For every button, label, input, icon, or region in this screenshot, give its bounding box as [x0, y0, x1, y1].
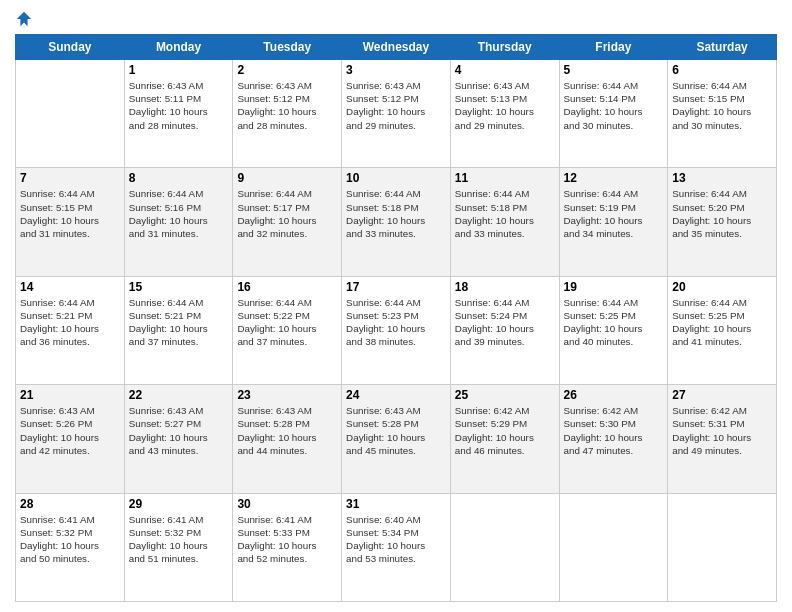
day-number: 4 [455, 63, 555, 77]
week-row-1: 1Sunrise: 6:43 AMSunset: 5:11 PMDaylight… [16, 60, 777, 168]
day-info: Sunrise: 6:44 AMSunset: 5:20 PMDaylight:… [672, 187, 772, 240]
day-number: 8 [129, 171, 229, 185]
day-cell: 3Sunrise: 6:43 AMSunset: 5:12 PMDaylight… [342, 60, 451, 168]
day-cell: 7Sunrise: 6:44 AMSunset: 5:15 PMDaylight… [16, 168, 125, 276]
logo-icon [15, 10, 33, 28]
day-number: 2 [237, 63, 337, 77]
day-number: 17 [346, 280, 446, 294]
day-info: Sunrise: 6:44 AMSunset: 5:24 PMDaylight:… [455, 296, 555, 349]
day-header-wednesday: Wednesday [342, 35, 451, 60]
day-number: 19 [564, 280, 664, 294]
day-cell: 27Sunrise: 6:42 AMSunset: 5:31 PMDayligh… [668, 385, 777, 493]
day-cell: 6Sunrise: 6:44 AMSunset: 5:15 PMDaylight… [668, 60, 777, 168]
day-number: 6 [672, 63, 772, 77]
week-row-5: 28Sunrise: 6:41 AMSunset: 5:32 PMDayligh… [16, 493, 777, 601]
day-cell: 15Sunrise: 6:44 AMSunset: 5:21 PMDayligh… [124, 276, 233, 384]
week-row-3: 14Sunrise: 6:44 AMSunset: 5:21 PMDayligh… [16, 276, 777, 384]
day-info: Sunrise: 6:44 AMSunset: 5:14 PMDaylight:… [564, 79, 664, 132]
day-header-sunday: Sunday [16, 35, 125, 60]
day-info: Sunrise: 6:43 AMSunset: 5:28 PMDaylight:… [346, 404, 446, 457]
day-info: Sunrise: 6:44 AMSunset: 5:17 PMDaylight:… [237, 187, 337, 240]
day-cell: 1Sunrise: 6:43 AMSunset: 5:11 PMDaylight… [124, 60, 233, 168]
day-info: Sunrise: 6:44 AMSunset: 5:25 PMDaylight:… [672, 296, 772, 349]
day-info: Sunrise: 6:44 AMSunset: 5:21 PMDaylight:… [129, 296, 229, 349]
day-number: 23 [237, 388, 337, 402]
day-cell: 14Sunrise: 6:44 AMSunset: 5:21 PMDayligh… [16, 276, 125, 384]
week-row-2: 7Sunrise: 6:44 AMSunset: 5:15 PMDaylight… [16, 168, 777, 276]
day-info: Sunrise: 6:43 AMSunset: 5:26 PMDaylight:… [20, 404, 120, 457]
day-cell: 22Sunrise: 6:43 AMSunset: 5:27 PMDayligh… [124, 385, 233, 493]
day-info: Sunrise: 6:42 AMSunset: 5:30 PMDaylight:… [564, 404, 664, 457]
day-cell: 25Sunrise: 6:42 AMSunset: 5:29 PMDayligh… [450, 385, 559, 493]
day-cell: 9Sunrise: 6:44 AMSunset: 5:17 PMDaylight… [233, 168, 342, 276]
day-info: Sunrise: 6:44 AMSunset: 5:16 PMDaylight:… [129, 187, 229, 240]
day-info: Sunrise: 6:41 AMSunset: 5:32 PMDaylight:… [129, 513, 229, 566]
svg-marker-0 [17, 12, 31, 26]
day-cell: 18Sunrise: 6:44 AMSunset: 5:24 PMDayligh… [450, 276, 559, 384]
day-number: 31 [346, 497, 446, 511]
day-cell: 10Sunrise: 6:44 AMSunset: 5:18 PMDayligh… [342, 168, 451, 276]
week-row-4: 21Sunrise: 6:43 AMSunset: 5:26 PMDayligh… [16, 385, 777, 493]
day-cell: 5Sunrise: 6:44 AMSunset: 5:14 PMDaylight… [559, 60, 668, 168]
day-number: 5 [564, 63, 664, 77]
day-number: 29 [129, 497, 229, 511]
day-number: 26 [564, 388, 664, 402]
day-number: 3 [346, 63, 446, 77]
day-cell [559, 493, 668, 601]
day-number: 21 [20, 388, 120, 402]
day-number: 18 [455, 280, 555, 294]
day-cell: 13Sunrise: 6:44 AMSunset: 5:20 PMDayligh… [668, 168, 777, 276]
day-info: Sunrise: 6:44 AMSunset: 5:18 PMDaylight:… [346, 187, 446, 240]
day-number: 13 [672, 171, 772, 185]
day-info: Sunrise: 6:41 AMSunset: 5:33 PMDaylight:… [237, 513, 337, 566]
day-info: Sunrise: 6:43 AMSunset: 5:12 PMDaylight:… [237, 79, 337, 132]
day-info: Sunrise: 6:40 AMSunset: 5:34 PMDaylight:… [346, 513, 446, 566]
day-number: 20 [672, 280, 772, 294]
day-number: 14 [20, 280, 120, 294]
day-number: 15 [129, 280, 229, 294]
day-number: 22 [129, 388, 229, 402]
day-cell: 30Sunrise: 6:41 AMSunset: 5:33 PMDayligh… [233, 493, 342, 601]
day-cell: 24Sunrise: 6:43 AMSunset: 5:28 PMDayligh… [342, 385, 451, 493]
day-header-friday: Friday [559, 35, 668, 60]
day-info: Sunrise: 6:41 AMSunset: 5:32 PMDaylight:… [20, 513, 120, 566]
day-number: 10 [346, 171, 446, 185]
day-number: 27 [672, 388, 772, 402]
day-header-monday: Monday [124, 35, 233, 60]
day-cell [16, 60, 125, 168]
day-cell: 11Sunrise: 6:44 AMSunset: 5:18 PMDayligh… [450, 168, 559, 276]
day-cell: 17Sunrise: 6:44 AMSunset: 5:23 PMDayligh… [342, 276, 451, 384]
day-info: Sunrise: 6:44 AMSunset: 5:25 PMDaylight:… [564, 296, 664, 349]
day-cell: 28Sunrise: 6:41 AMSunset: 5:32 PMDayligh… [16, 493, 125, 601]
logo [15, 10, 37, 28]
day-info: Sunrise: 6:44 AMSunset: 5:19 PMDaylight:… [564, 187, 664, 240]
day-cell: 20Sunrise: 6:44 AMSunset: 5:25 PMDayligh… [668, 276, 777, 384]
day-header-saturday: Saturday [668, 35, 777, 60]
day-cell [450, 493, 559, 601]
day-info: Sunrise: 6:42 AMSunset: 5:31 PMDaylight:… [672, 404, 772, 457]
day-number: 30 [237, 497, 337, 511]
day-info: Sunrise: 6:43 AMSunset: 5:12 PMDaylight:… [346, 79, 446, 132]
days-header-row: SundayMondayTuesdayWednesdayThursdayFrid… [16, 35, 777, 60]
day-info: Sunrise: 6:43 AMSunset: 5:13 PMDaylight:… [455, 79, 555, 132]
day-info: Sunrise: 6:42 AMSunset: 5:29 PMDaylight:… [455, 404, 555, 457]
calendar-table: SundayMondayTuesdayWednesdayThursdayFrid… [15, 34, 777, 602]
day-info: Sunrise: 6:43 AMSunset: 5:11 PMDaylight:… [129, 79, 229, 132]
day-cell: 26Sunrise: 6:42 AMSunset: 5:30 PMDayligh… [559, 385, 668, 493]
day-number: 16 [237, 280, 337, 294]
day-info: Sunrise: 6:44 AMSunset: 5:23 PMDaylight:… [346, 296, 446, 349]
day-info: Sunrise: 6:44 AMSunset: 5:15 PMDaylight:… [672, 79, 772, 132]
day-cell [668, 493, 777, 601]
day-number: 24 [346, 388, 446, 402]
day-info: Sunrise: 6:44 AMSunset: 5:15 PMDaylight:… [20, 187, 120, 240]
day-number: 12 [564, 171, 664, 185]
day-cell: 4Sunrise: 6:43 AMSunset: 5:13 PMDaylight… [450, 60, 559, 168]
day-number: 1 [129, 63, 229, 77]
day-number: 9 [237, 171, 337, 185]
day-cell: 31Sunrise: 6:40 AMSunset: 5:34 PMDayligh… [342, 493, 451, 601]
header [15, 10, 777, 28]
day-cell: 21Sunrise: 6:43 AMSunset: 5:26 PMDayligh… [16, 385, 125, 493]
day-header-thursday: Thursday [450, 35, 559, 60]
day-info: Sunrise: 6:43 AMSunset: 5:27 PMDaylight:… [129, 404, 229, 457]
day-cell: 19Sunrise: 6:44 AMSunset: 5:25 PMDayligh… [559, 276, 668, 384]
